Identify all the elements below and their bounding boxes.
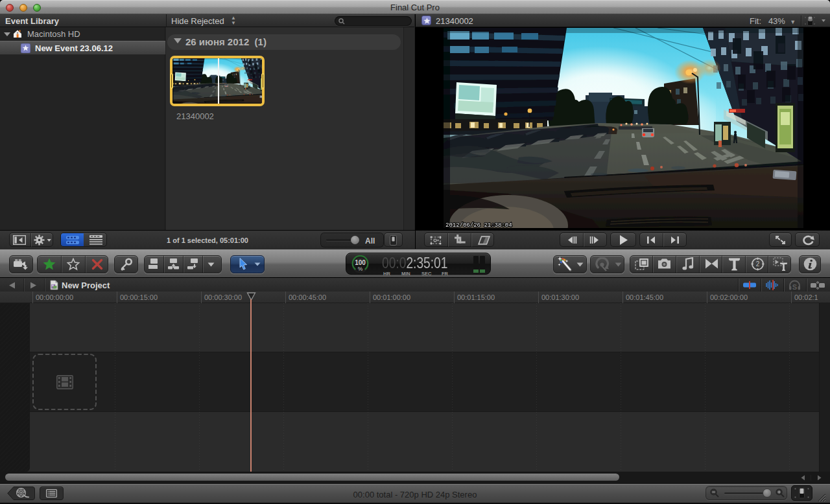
- svg-text:2: 2: [756, 260, 760, 268]
- svg-text:S: S: [792, 283, 797, 291]
- svg-text:%: %: [358, 266, 363, 272]
